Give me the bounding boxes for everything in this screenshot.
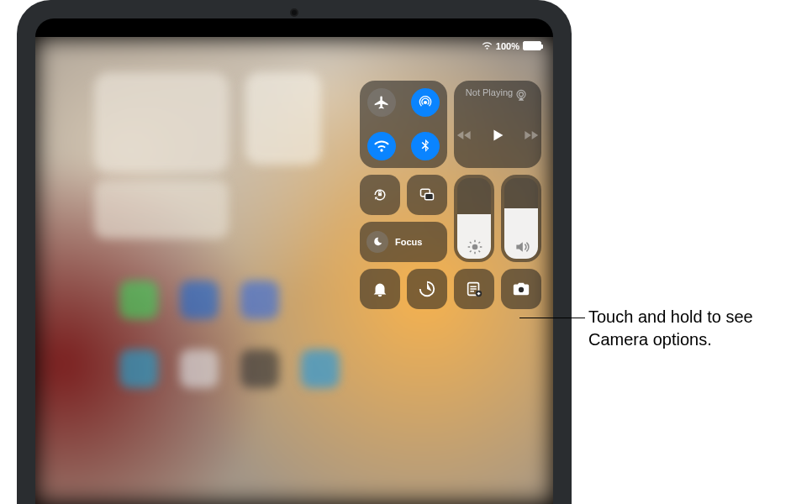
timer-icon bbox=[418, 280, 436, 298]
silent-mode-toggle[interactable] bbox=[360, 269, 400, 309]
front-camera-dot bbox=[290, 8, 298, 17]
camera-icon bbox=[512, 280, 530, 298]
focus-button[interactable]: Focus bbox=[360, 222, 447, 262]
status-bar: 100% bbox=[482, 40, 541, 51]
callout-leader-line bbox=[519, 318, 585, 318]
bg-widget bbox=[94, 72, 229, 173]
svg-point-2 bbox=[519, 92, 524, 97]
bg-icon bbox=[240, 349, 279, 388]
note-add-icon bbox=[465, 280, 483, 298]
wifi-icon bbox=[373, 138, 390, 155]
now-playing-label: Not Playing bbox=[466, 87, 513, 98]
bg-icon bbox=[119, 349, 158, 388]
device-bezel: 100% bbox=[35, 18, 553, 504]
media-tile[interactable]: Not Playing bbox=[454, 81, 541, 168]
airplay-icon bbox=[513, 87, 530, 104]
next-track-button[interactable] bbox=[522, 127, 539, 144]
wifi-icon bbox=[482, 40, 493, 51]
volume-icon bbox=[514, 239, 529, 254]
wifi-toggle[interactable] bbox=[367, 132, 396, 160]
control-center: Not Playing bbox=[360, 81, 541, 309]
play-button[interactable] bbox=[488, 126, 507, 144]
rotation-lock-toggle[interactable] bbox=[360, 175, 400, 215]
svg-point-0 bbox=[424, 101, 427, 104]
brightness-slider[interactable] bbox=[454, 175, 494, 262]
bluetooth-icon bbox=[417, 138, 434, 155]
battery-icon bbox=[523, 41, 541, 50]
svg-rect-5 bbox=[425, 193, 434, 200]
bg-widget bbox=[94, 180, 229, 239]
svg-point-6 bbox=[472, 244, 478, 250]
bg-widget bbox=[245, 72, 321, 165]
focus-label: Focus bbox=[395, 237, 422, 247]
screen-mirroring-button[interactable] bbox=[407, 175, 447, 215]
previous-track-button[interactable] bbox=[456, 127, 473, 144]
svg-point-9 bbox=[519, 287, 524, 292]
device-frame: 100% bbox=[17, 0, 572, 504]
moon-icon bbox=[372, 236, 383, 248]
bell-icon bbox=[371, 280, 389, 298]
airplane-mode-toggle[interactable] bbox=[367, 88, 396, 117]
screen-mirroring-icon bbox=[419, 186, 435, 203]
brightness-icon bbox=[467, 239, 482, 254]
bg-icon bbox=[180, 281, 219, 319]
bluetooth-toggle[interactable] bbox=[411, 132, 440, 160]
bg-icon bbox=[240, 281, 279, 319]
airdrop-toggle[interactable] bbox=[411, 88, 440, 117]
bg-icon bbox=[301, 349, 340, 388]
camera-button[interactable] bbox=[501, 269, 541, 309]
connectivity-tile[interactable] bbox=[360, 81, 447, 168]
rotation-lock-icon bbox=[372, 186, 388, 203]
bg-icon bbox=[180, 349, 219, 388]
bg-icon bbox=[119, 281, 158, 319]
callout-text: Touch and hold to see Camera options. bbox=[588, 306, 799, 351]
volume-slider[interactable] bbox=[501, 175, 541, 262]
battery-percent: 100% bbox=[496, 41, 519, 51]
timer-button[interactable] bbox=[407, 269, 447, 309]
airdrop-icon bbox=[417, 94, 434, 111]
focus-circle bbox=[366, 231, 388, 253]
airplane-icon bbox=[373, 94, 390, 111]
svg-rect-3 bbox=[378, 193, 382, 196]
screen: 100% bbox=[35, 37, 553, 504]
notes-quick-button[interactable] bbox=[454, 269, 494, 309]
